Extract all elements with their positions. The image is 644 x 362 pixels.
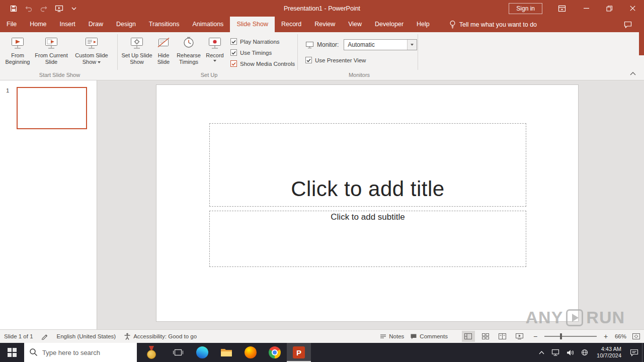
slide-1-thumbnail[interactable]: [17, 87, 87, 129]
dropdown-arrow-button[interactable]: [407, 40, 417, 50]
ribbon-tab-row: File Home Insert Draw Design Transitions…: [0, 17, 644, 32]
search-highlight-button[interactable]: [137, 343, 166, 362]
language-tray-button[interactable]: [578, 343, 592, 362]
rehearse-timings-button[interactable]: Rehearse Timings: [174, 34, 203, 65]
window-title: Presentation1 - PowerPoint: [284, 5, 360, 12]
globe-icon: [581, 349, 588, 356]
tab-review[interactable]: Review: [308, 17, 342, 32]
title-placeholder[interactable]: Click to add title: [209, 123, 526, 207]
sign-in-button[interactable]: Sign in: [509, 3, 542, 14]
monitor-dropdown-value: Automatic: [344, 41, 407, 48]
proofing-icon: [41, 333, 49, 340]
slide-show-view-button[interactable]: [513, 331, 526, 342]
reading-view-icon: [499, 333, 506, 339]
tab-animations[interactable]: Animations: [186, 17, 230, 32]
network-tray-button[interactable]: [548, 343, 563, 362]
tab-record[interactable]: Record: [275, 17, 308, 32]
chrome-taskbar-button[interactable]: [263, 343, 287, 362]
tab-slide-show[interactable]: Slide Show: [230, 17, 275, 32]
fit-slide-to-window-button[interactable]: [632, 333, 640, 339]
show-desktop-button[interactable]: [642, 343, 644, 362]
tab-help[interactable]: Help: [410, 17, 436, 32]
subtitle-placeholder[interactable]: Click to add subtitle: [209, 211, 526, 267]
tab-insert[interactable]: Insert: [53, 17, 82, 32]
group-set-up: Set Up Slide Show Hide Slide Rehearse Ti…: [121, 32, 297, 80]
search-input[interactable]: [24, 343, 137, 362]
zoom-in-button[interactable]: +: [603, 332, 609, 340]
volume-tray-button[interactable]: [563, 343, 578, 362]
tab-draw[interactable]: Draw: [82, 17, 110, 32]
normal-view-button[interactable]: [462, 331, 475, 342]
collapse-ribbon-button[interactable]: [628, 69, 638, 77]
use-timings-checkbox[interactable]: Use Timings: [230, 49, 295, 56]
file-explorer-taskbar-button[interactable]: [214, 343, 238, 362]
accessibility-button[interactable]: Accessibility: Good to go: [124, 333, 197, 340]
hide-slide-button[interactable]: Hide Slide: [153, 34, 174, 65]
save-button[interactable]: [7, 2, 20, 15]
taskbar-clock[interactable]: 4:43 AM 10/7/2024: [592, 343, 626, 362]
reading-view-button[interactable]: [496, 331, 509, 342]
tab-transitions[interactable]: Transitions: [142, 17, 186, 32]
from-current-slide-button[interactable]: From Current Slide: [33, 34, 69, 65]
show-hidden-icons-button[interactable]: [535, 343, 548, 362]
zoom-out-button[interactable]: −: [532, 332, 538, 340]
zoom-slider[interactable]: [544, 336, 597, 337]
subtitle-placeholder-text: Click to add subtitle: [331, 211, 405, 222]
spell-check-button[interactable]: [41, 333, 49, 340]
show-media-controls-checkbox[interactable]: Show Media Controls: [230, 60, 295, 67]
monitor-dropdown[interactable]: Automatic: [344, 39, 417, 50]
undo-button[interactable]: [22, 2, 35, 15]
start-button[interactable]: [0, 343, 24, 362]
tab-home[interactable]: Home: [23, 17, 53, 32]
zoom-level-button[interactable]: 66%: [615, 333, 626, 339]
use-presenter-view-checkbox[interactable]: Use Presenter View: [305, 57, 418, 63]
minimize-button[interactable]: [575, 0, 598, 17]
show-media-controls-label: Show Media Controls: [240, 61, 295, 67]
use-timings-label: Use Timings: [240, 50, 272, 56]
action-center-button[interactable]: [626, 343, 642, 362]
dropdown-caret-icon: [411, 44, 414, 46]
taskbar-search[interactable]: [24, 343, 137, 362]
notes-icon: [380, 333, 386, 339]
watermark-text-left: ANY: [526, 308, 564, 327]
firefox-taskbar-button[interactable]: [238, 343, 263, 362]
notes-toggle-button[interactable]: Notes: [380, 333, 404, 339]
record-label: Record: [206, 52, 223, 59]
slide-editor[interactable]: Click to add title Click to add subtitle: [156, 84, 579, 322]
record-button[interactable]: Record: [203, 34, 226, 62]
firefox-icon: [245, 346, 257, 358]
tab-developer[interactable]: Developer: [368, 17, 410, 32]
tab-view[interactable]: View: [342, 17, 368, 32]
feedback-button[interactable]: [624, 17, 632, 32]
comments-toggle-button[interactable]: Comments: [410, 333, 448, 340]
language-button[interactable]: English (United States): [57, 333, 116, 339]
task-view-icon: [173, 348, 183, 356]
redo-button[interactable]: [37, 2, 50, 15]
task-view-button[interactable]: [166, 343, 190, 362]
title-placeholder-text: Click to add title: [291, 177, 444, 206]
custom-slide-show-button[interactable]: Custom Slide Show: [69, 34, 114, 65]
set-up-slide-show-button[interactable]: Set Up Slide Show: [121, 34, 153, 65]
normal-view-icon: [464, 333, 472, 339]
hide-slide-label: Hide Slide: [153, 52, 174, 65]
group-label-set-up: Set Up: [121, 72, 297, 78]
action-center-icon: [630, 349, 638, 356]
play-narrations-checkbox[interactable]: Play Narrations: [230, 38, 295, 45]
tab-design[interactable]: Design: [110, 17, 142, 32]
slide-canvas: Click to add title Click to add subtitle…: [97, 80, 644, 329]
powerpoint-taskbar-button[interactable]: P: [287, 343, 311, 362]
start-slideshow-qat-button[interactable]: [52, 2, 65, 15]
from-beginning-button[interactable]: From Beginning: [2, 34, 33, 65]
hide-slide-icon: [156, 36, 171, 51]
zoom-slider-knob[interactable]: [560, 333, 562, 339]
tell-me-box[interactable]: Tell me what you want to do: [449, 17, 537, 32]
restore-button[interactable]: [598, 0, 621, 17]
tab-file[interactable]: File: [0, 17, 23, 32]
slide-sorter-view-button[interactable]: [479, 331, 492, 342]
customize-qat-button[interactable]: [67, 2, 80, 15]
slide-thumbnail-panel: 1: [0, 80, 97, 329]
restore-icon: [606, 6, 612, 12]
close-button[interactable]: [621, 0, 644, 17]
edge-taskbar-button[interactable]: [190, 343, 214, 362]
ribbon-display-options-button[interactable]: [553, 0, 571, 17]
